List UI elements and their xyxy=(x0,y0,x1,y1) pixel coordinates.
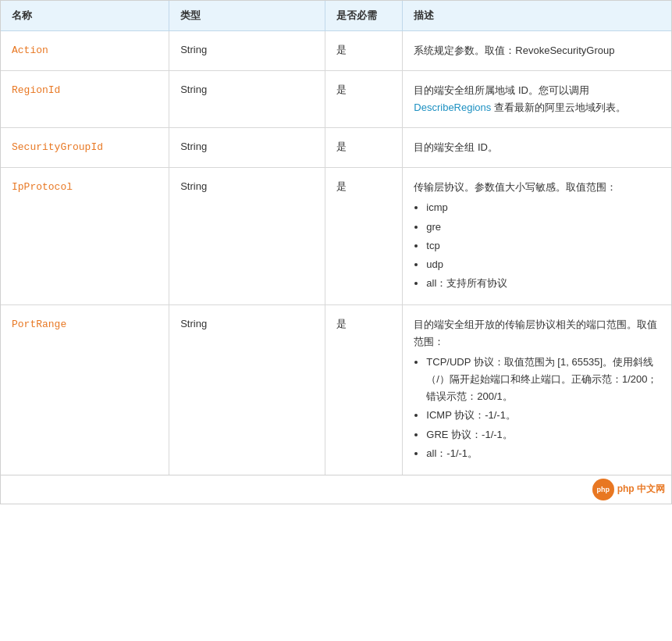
main-table-wrapper: 名称 类型 是否必需 描述 Action String 是 系统规定参数。取值：… xyxy=(0,0,672,504)
protocol-list: icmp gre tcp udp all：支持所有协议 xyxy=(426,199,660,291)
cell-type: String xyxy=(169,31,325,71)
cell-required: 是 xyxy=(325,304,403,474)
cell-name: IpProtocol xyxy=(1,168,169,305)
cell-required: 是 xyxy=(325,31,403,71)
list-item: TCP/UDP 协议：取值范围为 [1, 65535]。使用斜线（/）隔开起始端… xyxy=(426,354,660,405)
param-name-securitygroupid: SecurityGroupId xyxy=(12,141,103,153)
param-name-action: Action xyxy=(12,45,48,56)
header-type: 类型 xyxy=(169,1,325,31)
cell-name: SecurityGroupId xyxy=(1,128,169,168)
list-item: GRE 协议：-1/-1。 xyxy=(426,426,660,443)
list-item: all：支持所有协议 xyxy=(426,275,660,292)
table-row: Action String 是 系统规定参数。取值：RevokeSecurity… xyxy=(1,31,671,71)
cell-name: RegionId xyxy=(1,71,169,128)
param-name-portrange: PortRange xyxy=(12,319,66,330)
table-row: IpProtocol String 是 传输层协议。参数值大小写敏感。取值范围：… xyxy=(1,168,671,305)
cell-description: 目的端安全组所属地域 ID。您可以调用 DescribeRegions 查看最新… xyxy=(403,71,671,128)
cell-name: Action xyxy=(1,31,169,71)
table-row: SecurityGroupId String 是 目的端安全组 ID。 xyxy=(1,128,671,168)
table-row: RegionId String 是 目的端安全组所属地域 ID。您可以调用 De… xyxy=(1,71,671,128)
cell-required: 是 xyxy=(325,71,403,128)
cell-required: 是 xyxy=(325,168,403,305)
badge-label: php 中文网 xyxy=(617,483,665,496)
cell-type: String xyxy=(169,304,325,474)
cell-required: 是 xyxy=(325,128,403,168)
list-item: tcp xyxy=(426,237,660,255)
param-name-ipprotocol: IpProtocol xyxy=(12,181,73,193)
list-item: udp xyxy=(426,256,660,273)
header-required: 是否必需 xyxy=(325,1,403,31)
php-badge: php php 中文网 xyxy=(592,479,665,500)
footer-badge: php php 中文网 xyxy=(1,475,671,504)
php-circle-icon: php xyxy=(592,479,614,500)
cell-name: PortRange xyxy=(1,304,169,474)
header-description: 描述 xyxy=(403,1,671,31)
cell-type: String xyxy=(169,71,325,128)
list-item: all：-1/-1。 xyxy=(426,445,660,462)
cell-description: 目的端安全组 ID。 xyxy=(403,128,671,168)
cell-description: 传输层协议。参数值大小写敏感。取值范围： icmp gre tcp udp al… xyxy=(403,168,671,305)
cell-type: String xyxy=(169,128,325,168)
table-row: PortRange String 是 目的端安全组开放的传输层协议相关的端口范围… xyxy=(1,304,671,474)
list-item: gre xyxy=(426,219,660,236)
link-describe-regions[interactable]: DescribeRegions xyxy=(414,101,491,113)
cell-description: 系统规定参数。取值：RevokeSecurityGroup xyxy=(403,31,671,71)
portrange-list: TCP/UDP 协议：取值范围为 [1, 65535]。使用斜线（/）隔开起始端… xyxy=(426,354,660,462)
table-header-row: 名称 类型 是否必需 描述 xyxy=(1,1,671,31)
params-table: 名称 类型 是否必需 描述 Action String 是 系统规定参数。取值：… xyxy=(1,1,671,475)
cell-description: 目的端安全组开放的传输层协议相关的端口范围。取值范围： TCP/UDP 协议：取… xyxy=(403,304,671,474)
list-item: icmp xyxy=(426,199,660,216)
param-name-regionid: RegionId xyxy=(12,84,60,96)
header-name: 名称 xyxy=(1,1,169,31)
list-item: ICMP 协议：-1/-1。 xyxy=(426,407,660,424)
cell-type: String xyxy=(169,168,325,305)
